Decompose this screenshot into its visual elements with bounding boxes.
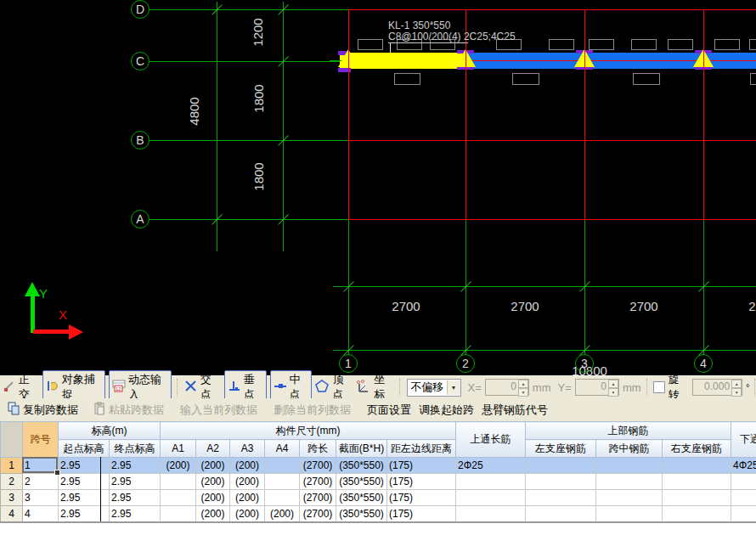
cell-end-elevation[interactable]: 2.95 <box>110 490 161 506</box>
cell-left-edge-distance[interactable]: (175) <box>387 458 456 474</box>
cell-a4[interactable]: (200) <box>265 506 300 522</box>
cell-a2[interactable]: (200) <box>196 490 230 506</box>
grid-bubble-b[interactable]: B <box>131 131 150 149</box>
rebar-annotation-box[interactable] <box>589 39 614 50</box>
cell-right-support-rebar[interactable] <box>663 506 731 522</box>
cell-right-support-rebar[interactable] <box>663 458 731 474</box>
row-header-4[interactable]: 4 <box>1 506 23 522</box>
x-coord-spinner[interactable]: 0 ▲▼ <box>485 379 529 396</box>
cell-end-elevation[interactable]: 2.95 <box>110 458 161 474</box>
grid-bubble-d[interactable]: D <box>131 0 150 19</box>
rebar-annotation-box[interactable] <box>749 39 756 50</box>
cell-section[interactable]: (350*550) <box>336 490 387 506</box>
grid-bubble-c[interactable]: C <box>131 52 150 70</box>
rebar-annotation-box[interactable] <box>668 39 693 50</box>
copy-span-button[interactable]: 复制跨数据 <box>3 400 82 420</box>
delete-column-button[interactable]: 删除当前列数据 <box>274 403 351 418</box>
cell-start-elevation[interactable]: 2.95 <box>59 458 110 474</box>
cell-top-through-rebar[interactable]: 2Φ25 <box>456 458 526 474</box>
cell-span-no[interactable]: 2 <box>23 474 59 490</box>
cell-mid-span-rebar[interactable] <box>596 458 663 474</box>
cell-a3[interactable]: (200) <box>230 490 265 506</box>
beam-segment-selected[interactable] <box>340 53 467 69</box>
cell-mid-span-rebar[interactable] <box>596 474 663 490</box>
cell-start-elevation[interactable]: 2.95 <box>59 506 110 522</box>
chevron-down-icon[interactable]: ▼ <box>447 380 460 395</box>
cell-bottom-through-rebar[interactable]: 4Φ25 <box>731 458 756 474</box>
rotate-spinner[interactable]: 0.000 ▲▼ <box>692 379 743 396</box>
cell-section[interactable]: (350*550) <box>336 474 387 490</box>
swap-start-span-button[interactable]: 调换起始跨 <box>419 403 474 418</box>
cell-a1[interactable]: (200) <box>161 458 196 474</box>
rebar-annotation-box[interactable] <box>714 39 740 50</box>
row-header-2[interactable]: 2 <box>1 474 23 490</box>
rebar-annotation-box[interactable] <box>549 39 574 50</box>
grid-bubble-3[interactable]: 3 <box>575 354 594 373</box>
grid-bubble-2[interactable]: 2 <box>456 354 475 373</box>
cell-top-through-rebar[interactable] <box>456 490 526 506</box>
input-column-button[interactable]: 输入当前列数据 <box>180 403 257 418</box>
cell-bottom-through-rebar[interactable] <box>731 506 756 522</box>
spin-down-icon[interactable]: ▼ <box>608 388 618 397</box>
cell-end-elevation[interactable]: 2.95 <box>110 474 161 490</box>
cell-mid-span-rebar[interactable] <box>596 490 663 506</box>
rebar-annotation-box[interactable] <box>633 73 660 85</box>
cell-left-edge-distance[interactable]: (175) <box>387 490 456 506</box>
cell-span-length[interactable]: (2700) <box>300 506 336 522</box>
offset-mode-dropdown[interactable]: 不偏移 ▼ <box>407 379 460 397</box>
cell-a4[interactable] <box>265 458 300 474</box>
cell-left-support-rebar[interactable] <box>526 458 596 474</box>
cantilever-code-button[interactable]: 悬臂钢筋代号 <box>482 403 548 418</box>
cell-section[interactable]: (350*550) <box>336 506 387 522</box>
cell-a4[interactable] <box>265 490 300 506</box>
cell-span-no[interactable]: 3 <box>23 490 59 506</box>
cell-span-no[interactable]: 4 <box>23 506 59 522</box>
cell-a1[interactable] <box>161 506 196 522</box>
rebar-annotation-box[interactable] <box>750 73 756 85</box>
cell-a1[interactable] <box>161 474 196 490</box>
cell-mid-span-rebar[interactable] <box>596 506 663 522</box>
cell-right-support-rebar[interactable] <box>663 474 731 490</box>
page-setup-button[interactable]: 页面设置 <box>367 403 411 418</box>
cell-a2[interactable]: (200) <box>196 506 230 522</box>
spin-up-icon[interactable]: ▲ <box>608 380 618 388</box>
rebar-annotation-box[interactable] <box>394 73 420 85</box>
spin-down-icon[interactable]: ▼ <box>518 388 528 397</box>
rebar-annotation-box[interactable] <box>631 39 657 50</box>
cell-a2[interactable]: (200) <box>196 474 230 490</box>
spin-up-icon[interactable]: ▲ <box>731 380 742 388</box>
grid-bubble-a[interactable]: A <box>131 210 150 228</box>
cell-right-support-rebar[interactable] <box>663 490 731 506</box>
spin-down-icon[interactable]: ▼ <box>731 388 742 397</box>
cell-end-elevation[interactable]: 2.95 <box>110 506 161 522</box>
grid-bubble-1[interactable]: 1 <box>339 354 358 373</box>
cell-top-through-rebar[interactable] <box>456 474 526 490</box>
selected-cell-fill-handle[interactable] <box>54 470 60 476</box>
row-header-3[interactable]: 3 <box>1 490 23 506</box>
cell-top-through-rebar[interactable] <box>456 506 526 522</box>
cell-section[interactable]: (350*550) <box>336 458 387 474</box>
cell-a3[interactable]: (200) <box>230 458 265 474</box>
cad-viewport[interactable]: KL-1 350*550 C8@100/200(4) 2C25;4C25 120… <box>0 0 756 375</box>
cell-a1[interactable] <box>161 490 196 506</box>
cell-left-support-rebar[interactable] <box>526 474 596 490</box>
row-header-1[interactable]: 1 <box>1 458 23 474</box>
rotate-checkbox[interactable] <box>653 381 664 393</box>
cell-left-edge-distance[interactable]: (175) <box>387 474 456 490</box>
cell-span-length[interactable]: (2700) <box>300 474 336 490</box>
y-coord-spinner[interactable]: 0 ▲▼ <box>575 379 619 396</box>
cell-bottom-through-rebar[interactable] <box>731 490 756 506</box>
paste-span-button[interactable]: 粘贴跨数据 <box>89 400 167 420</box>
cell-left-support-rebar[interactable] <box>526 490 596 506</box>
cell-left-edge-distance[interactable]: (175) <box>387 506 456 522</box>
cell-span-length[interactable]: (2700) <box>300 490 336 506</box>
cell-a3[interactable]: (200) <box>230 506 265 522</box>
rebar-annotation-box[interactable] <box>512 73 539 85</box>
spin-up-icon[interactable]: ▲ <box>518 380 528 388</box>
grid-bubble-4[interactable]: 4 <box>694 354 713 373</box>
rebar-annotation-box[interactable] <box>358 39 383 50</box>
cell-a2[interactable]: (200) <box>196 458 230 474</box>
cell-left-support-rebar[interactable] <box>526 506 596 522</box>
cell-a4[interactable] <box>265 474 300 490</box>
cell-start-elevation[interactable]: 2.95 <box>59 490 110 506</box>
